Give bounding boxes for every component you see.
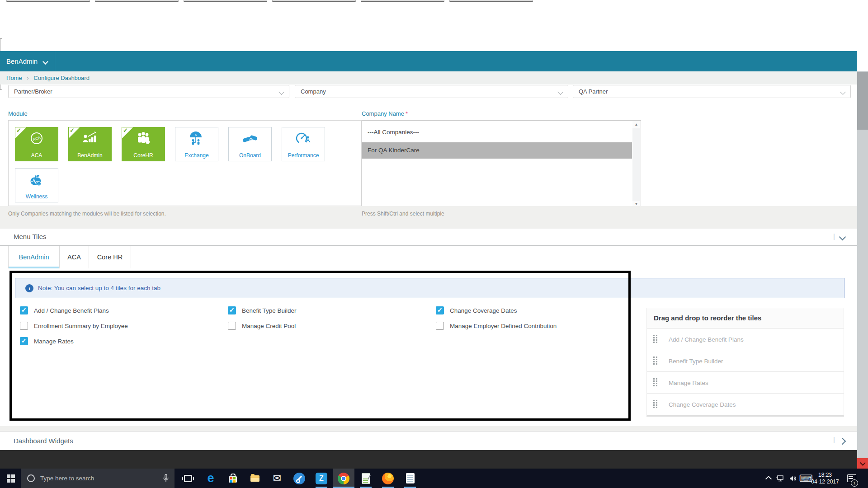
company-select[interactable]: Company [295,85,568,98]
chrome-button[interactable] [333,469,354,488]
checkbox[interactable]: ✓ [228,322,236,330]
task-view-button[interactable] [177,469,199,488]
file-explorer-button[interactable] [244,469,266,488]
scrollbar-bottom-red-button[interactable] [857,458,868,469]
edge-button[interactable]: e [200,469,222,488]
start-button[interactable] [0,469,21,488]
network-tray-button[interactable] [774,469,787,488]
check-icon: ✓ [21,337,27,344]
mail-button[interactable]: ✉ [266,469,288,488]
zoom-app-button[interactable]: Z [311,469,332,488]
company-option-kindercare[interactable]: For QA KinderCare [362,142,632,159]
reorder-item-add-change-benefit-plans[interactable]: Add / Change Benefit Plans [647,328,844,350]
checkbox-enrollment-summary-by-employee[interactable]: ✓ Enrollment Summary by Employee [20,322,223,330]
module-tile-onboard[interactable]: ✓ OnBoard [228,127,272,161]
desktop-band [0,450,868,469]
module-tile-benadmin[interactable]: ✓ BenAdmin [68,127,112,161]
company-option-all[interactable]: ---All Companies--- [362,126,632,139]
partner-broker-select[interactable]: Partner/Broker [8,85,289,98]
checkbox-change-coverage-dates[interactable]: ✓ Change Coverage Dates [436,306,639,314]
scroll-up-icon[interactable]: ▲ [632,121,640,128]
spreadsheet-app-button[interactable] [355,469,377,488]
module-helper-text: Only Companies matching the modules will… [8,211,166,217]
tab-aca[interactable]: ACA [60,246,89,268]
expand-section-chevron-icon[interactable] [839,438,846,445]
svg-text:$: $ [195,133,197,136]
checkbox-add-change-benefit-plans[interactable]: ✓ Add / Change Benefit Plans [20,306,223,314]
browser-tab-stub[interactable] [449,0,533,2]
check-icon: ✓ [21,306,27,314]
app-title-chevron-down-icon[interactable] [42,59,48,65]
browser-tab-stub[interactable] [361,0,444,2]
notepad-button[interactable] [399,469,421,488]
volume-tray-button[interactable] [787,469,799,488]
tab-core-hr[interactable]: Core HR [89,246,131,268]
module-tile-wellness[interactable]: ✓ + Wellness [15,168,58,202]
screen: BenAdmin Home › Configure Dashboard Part… [0,0,868,488]
checkbox[interactable]: ✓ [20,337,28,345]
checkbox-manage-employer-defined-contribution[interactable]: ✓ Manage Employer Defined Contribution [436,322,639,330]
scrollbar-thumb[interactable] [857,72,868,130]
app-title[interactable]: BenAdmin [6,51,38,71]
checkbox-manage-rates[interactable]: ✓ Manage Rates [20,337,223,345]
module-tile-label: Performance [282,152,325,159]
listbox-scrollbar[interactable]: ▲ ▼ [632,121,640,208]
reorder-item-manage-rates[interactable]: Manage Rates [647,372,844,394]
reorder-item-benefit-type-builder[interactable]: Benefit Type Builder [647,350,844,372]
checkbox[interactable]: ✓ [436,322,444,330]
scroll-down-icon [860,460,866,466]
taskbar-search[interactable]: Type here to search [21,469,175,488]
module-tile-performance[interactable]: ✓ Performance [282,127,325,161]
drag-handle-icon[interactable] [653,378,655,380]
dashboard-widgets-title: Dashboard Widgets [14,432,73,450]
browser-tab-stub[interactable] [95,0,179,2]
checkbox-label: Manage Employer Defined Contribution [450,323,557,329]
checkbox-manage-credit-pool[interactable]: ✓ Manage Credit Pool [228,322,431,330]
breadcrumb-configure-dashboard[interactable]: Configure Dashboard [33,75,90,81]
firefox-button[interactable] [377,469,399,488]
store-button[interactable] [222,469,244,488]
qa-partner-select[interactable]: QA Partner [573,85,851,98]
spreadsheet-icon [362,473,370,484]
drag-handle-icon[interactable] [653,400,655,401]
windows-logo-icon [7,474,10,478]
module-tile-aca[interactable]: ✓ ACA ACA [15,127,58,161]
module-tile-label: OnBoard [229,152,271,159]
dashboard-widgets-section[interactable]: Dashboard Widgets | [0,431,857,450]
module-tile-corehr[interactable]: ✓ CoreHR [122,127,165,161]
reorder-panel-title: Drag and drop to reorder the tiles [647,308,844,328]
drag-handle-icon[interactable] [653,357,655,358]
browser-tab-stub[interactable] [6,0,90,2]
company-name-listbox: ---All Companies--- For QA KinderCare ▲ … [362,120,641,209]
store-icon [229,476,237,483]
checkbox-benefit-type-builder[interactable]: ✓ Benefit Type Builder [228,306,431,314]
checkbox[interactable]: ✓ [20,306,28,314]
microphone-icon[interactable] [163,474,169,484]
checkbox[interactable]: ✓ [228,306,236,314]
page-scrollbar[interactable] [857,71,868,469]
checkbox[interactable]: ✓ [436,306,444,314]
module-tile-container: ✓ ACA ACA ✓ BenAdmin ✓ CoreHR ✓ [8,120,362,206]
checkbox-label: Enrollment Summary by Employee [34,323,128,329]
search-placeholder: Type here to search [40,475,94,482]
action-center-button[interactable]: 1 [843,469,861,488]
browser-tab-stub[interactable] [184,0,267,2]
module-tile-label: BenAdmin [69,152,111,159]
collapse-section-chevron-icon[interactable] [839,234,846,241]
notepad-icon [406,473,415,483]
checkbox[interactable]: ✓ [20,322,28,330]
reorder-item-change-coverage-dates[interactable]: Change Coverage Dates [647,394,844,415]
firefox-icon [382,473,394,484]
module-tile-exchange[interactable]: ✓ $ Exchange [175,127,218,161]
tools-app-button[interactable] [288,469,310,488]
drag-handle-icon[interactable] [653,335,655,336]
mail-icon: ✉ [273,474,281,483]
module-tile-label: Wellness [15,193,58,200]
taskbar-clock[interactable]: 18:23 04-12-2017 [807,469,843,488]
browser-tab-stub[interactable] [272,0,356,2]
module-tile-label: CoreHR [122,152,165,159]
tab-benadmin[interactable]: BenAdmin [9,246,60,268]
required-asterisk: * [406,110,408,117]
breadcrumb-home[interactable]: Home [6,75,22,81]
tray-expand-button[interactable] [762,469,775,488]
